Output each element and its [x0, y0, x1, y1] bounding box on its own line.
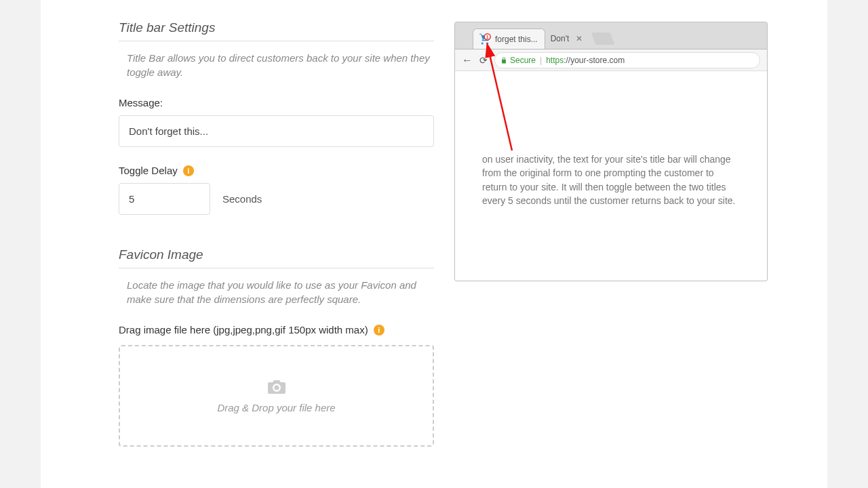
- toggle-delay-input[interactable]: [119, 183, 210, 215]
- section-favicon: Favicon Image Locate the image that you …: [119, 247, 434, 447]
- favicon-dropzone[interactable]: Drag & Drop your file here: [119, 345, 434, 447]
- browser-preview: 1 forget this... Don't ✕ ← ⟳: [454, 22, 768, 281]
- secure-label: Secure: [510, 56, 536, 65]
- favicon-drop-label-text: Drag image file here (jpg,jpeg,png,gif 1…: [119, 324, 368, 336]
- favicon-heading: Favicon Image: [119, 247, 434, 268]
- favicon-desc: Locate the image that you would like to …: [127, 278, 434, 306]
- dropzone-text: Drag & Drop your file here: [217, 402, 335, 413]
- tab-label: forget this...: [495, 35, 538, 44]
- url-field[interactable]: Secure | https://your-store.com: [494, 52, 760, 68]
- address-bar: ← ⟳ Secure | https://your-store.com: [455, 49, 767, 71]
- cart-icon: 1: [479, 33, 491, 45]
- titlebar-heading: Title bar Settings: [119, 20, 434, 41]
- toggle-delay-unit: Seconds: [222, 193, 262, 205]
- info-icon[interactable]: i: [374, 325, 384, 336]
- message-input[interactable]: [119, 115, 434, 147]
- url-protocol: https: [546, 56, 564, 65]
- divider: |: [540, 56, 542, 65]
- toggle-delay-label: Toggle Delay i: [119, 165, 434, 176]
- preview-body-text: on user inactivity, the text for your si…: [455, 71, 767, 221]
- favicon-drop-label: Drag image file here (jpg,jpeg,png,gif 1…: [119, 324, 434, 336]
- toggle-delay-label-text: Toggle Delay: [119, 165, 178, 176]
- url-rest: ://your-store.com: [564, 56, 625, 65]
- new-tab-button[interactable]: [591, 33, 615, 45]
- lock-icon: Secure: [500, 56, 536, 65]
- section-titlebar: Title bar Settings Title Bar allows you …: [119, 20, 434, 215]
- message-label: Message:: [119, 97, 434, 108]
- back-icon[interactable]: ←: [462, 54, 473, 66]
- titlebar-desc: Title Bar allows you to direct customers…: [127, 51, 434, 79]
- browser-tab[interactable]: Don't ✕: [545, 28, 590, 49]
- tabstrip: 1 forget this... Don't ✕: [455, 22, 767, 49]
- tab-label: Don't: [551, 34, 570, 43]
- camera-icon: [267, 379, 286, 398]
- info-icon[interactable]: i: [183, 165, 194, 176]
- browser-tab-active[interactable]: 1 forget this...: [473, 28, 545, 49]
- close-icon[interactable]: ✕: [576, 34, 583, 43]
- refresh-icon[interactable]: ⟳: [479, 55, 488, 66]
- svg-text:1: 1: [486, 34, 489, 39]
